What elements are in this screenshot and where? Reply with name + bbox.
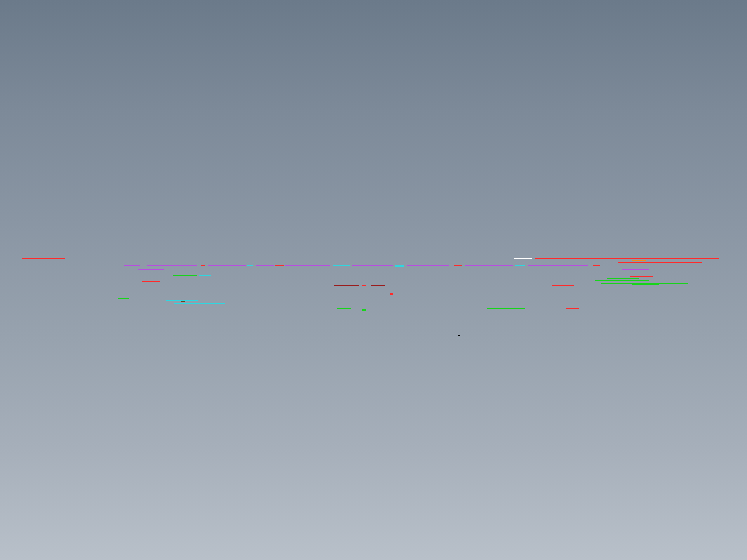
wire-segment bbox=[118, 298, 129, 299]
wire-segment bbox=[632, 284, 659, 285]
wire-segment bbox=[618, 262, 702, 263]
wire-segment bbox=[199, 275, 211, 276]
wire-segment bbox=[138, 269, 164, 270]
wire-segment bbox=[247, 265, 253, 266]
wire-segment bbox=[622, 269, 649, 270]
wire-segment bbox=[147, 265, 197, 266]
wire-segment bbox=[131, 305, 173, 305]
wire-segment bbox=[632, 260, 646, 261]
wire-segment bbox=[275, 265, 284, 266]
wire-segment bbox=[407, 265, 449, 266]
wire-segment bbox=[173, 275, 197, 276]
wire-segment bbox=[607, 278, 639, 279]
wire-segment bbox=[362, 285, 366, 286]
wire-segment bbox=[528, 265, 588, 266]
wire-segment bbox=[298, 274, 350, 274]
wire-segment bbox=[124, 265, 140, 266]
wire-segment bbox=[17, 248, 729, 248]
wire-segment bbox=[514, 258, 532, 259]
wire-segment bbox=[201, 265, 205, 266]
wire-segment bbox=[535, 258, 719, 259]
wire-segment bbox=[595, 280, 649, 281]
cad-viewport[interactable] bbox=[0, 0, 747, 560]
wire-segment bbox=[371, 285, 385, 286]
wire-segment bbox=[487, 308, 525, 309]
wire-segment bbox=[142, 281, 160, 282]
wire-segment bbox=[67, 255, 729, 255]
wire-segment bbox=[566, 308, 579, 309]
wire-segment bbox=[515, 265, 525, 266]
wire-segment bbox=[256, 265, 274, 266]
wire-segment bbox=[616, 274, 629, 274]
wire-segment bbox=[181, 301, 185, 302]
wire-segment bbox=[362, 309, 366, 311]
wire-segment bbox=[334, 285, 359, 286]
wire-segment bbox=[352, 265, 393, 266]
wire-segment bbox=[95, 305, 122, 305]
wire-segment bbox=[174, 303, 225, 304]
wire-segment bbox=[598, 284, 623, 284]
wire-segment bbox=[465, 265, 513, 266]
wire-segment bbox=[208, 265, 246, 266]
wire-segment bbox=[22, 258, 65, 259]
wire-segment bbox=[285, 265, 330, 266]
wire-segment bbox=[458, 335, 460, 336]
wire-segment bbox=[593, 265, 600, 266]
wire-segment bbox=[333, 265, 350, 266]
wire-segment bbox=[552, 285, 574, 286]
wire-segment bbox=[395, 265, 404, 267]
wire-segment bbox=[454, 265, 462, 266]
wire-segment bbox=[180, 305, 208, 305]
wire-segment bbox=[285, 260, 303, 260]
wire-segment bbox=[337, 308, 351, 309]
wire-segment bbox=[81, 295, 588, 295]
wire-segment bbox=[630, 276, 653, 277]
